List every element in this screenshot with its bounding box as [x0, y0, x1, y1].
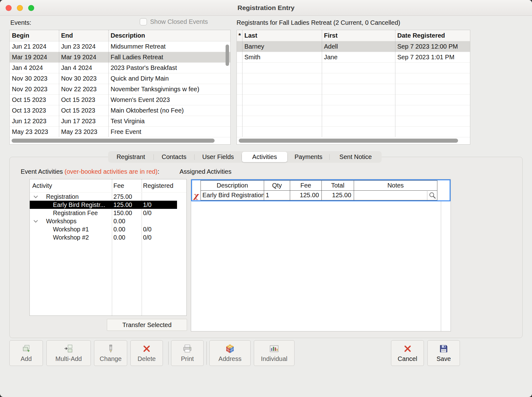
activity-row[interactable]: Registration Fee 150.00 0/0 [30, 209, 186, 217]
tree-col-fee[interactable]: Fee [112, 182, 141, 189]
address-button[interactable]: Address [209, 340, 251, 366]
activity-row[interactable]: Workshop #2 0.00 0/0 [30, 233, 186, 241]
tab-registrant[interactable]: Registrant [108, 151, 154, 163]
event-row[interactable]: Jun 12 2023 Jun 17 2023 Test Virginia [10, 116, 230, 127]
registrants-horizontal-scrollbar[interactable] [239, 139, 458, 143]
activity-fee: 0.00 [112, 226, 141, 233]
multi-add-label: Multi-Add [55, 355, 82, 363]
event-description: Women's Event 2023 [108, 96, 230, 103]
event-end: Nov 30 2023 [59, 75, 108, 82]
registrant-date: Sep 7 2023 1:01 PM [395, 54, 470, 61]
change-button[interactable]: Change [94, 340, 127, 366]
registrant-row[interactable]: Smith Jane Sep 7 2023 1:01 PM [237, 52, 470, 63]
activity-registered: 0/0 [141, 209, 186, 217]
transfer-selected-button[interactable]: Transfer Selected [107, 319, 187, 331]
activity-group-row[interactable]: Registration 275.00 [30, 193, 186, 201]
event-row[interactable]: Jun 21 2024 Jun 23 2024 Midsummer Retrea… [10, 41, 230, 52]
assigned-activity-row[interactable]: χ Early Bird Registration 1 125.00 125.0… [191, 190, 437, 200]
label-suffix: : [158, 168, 159, 175]
event-description: Quick and Dirty Main [108, 75, 230, 82]
registrant-last: Smith [242, 54, 322, 61]
event-end: Jan 4 2024 [59, 64, 108, 71]
checkbox-icon[interactable] [140, 18, 147, 25]
multi-add-icon [64, 344, 73, 354]
tab-payments[interactable]: Payments [288, 151, 329, 163]
tab-contacts[interactable]: Contacts [154, 151, 194, 163]
event-row[interactable]: Nov 20 2023 Nov 22 2023 November Tanksgi… [10, 84, 230, 95]
event-description: Fall Ladies Retreat [108, 54, 230, 61]
events-col-description[interactable]: Description [108, 32, 230, 39]
add-icon [22, 344, 31, 354]
assigned-col-notes[interactable]: Notes [354, 180, 437, 191]
individual-button[interactable]: Individual [254, 340, 295, 366]
registrants-col-first[interactable]: First [322, 32, 395, 39]
event-begin: Mar 19 2024 [10, 54, 59, 61]
tree-col-registered[interactable]: Registered [141, 182, 186, 189]
assigned-col-fee[interactable]: Fee [290, 180, 322, 191]
assigned-qty[interactable]: 1 [264, 190, 290, 200]
assigned-notes-cell[interactable] [354, 190, 437, 200]
activities-tree-header: Activity Fee Registered [30, 179, 186, 193]
search-icon[interactable] [427, 190, 436, 200]
print-button[interactable]: Print [171, 340, 204, 366]
cancel-button[interactable]: Cancel [391, 340, 424, 366]
event-row[interactable]: Jan 4 2024 Jan 4 2024 2023 Pastor's Brea… [10, 63, 230, 73]
event-begin: Nov 30 2023 [10, 75, 59, 82]
events-horizontal-scrollbar[interactable] [12, 139, 215, 143]
assigned-description[interactable]: Early Bird Registration [201, 190, 264, 200]
tab-user-fields[interactable]: User Fields [195, 151, 242, 163]
registrants-col-star[interactable]: * [237, 32, 242, 39]
tab-sent-notice[interactable]: Sent Notice [330, 151, 382, 163]
show-closed-events-checkbox[interactable]: Show Closed Events [140, 18, 208, 25]
events-vertical-scrollbar[interactable] [226, 45, 229, 66]
event-begin: Jan 4 2024 [10, 64, 59, 71]
assigned-col-description[interactable]: Description [201, 180, 264, 191]
event-end: Jun 17 2023 [59, 118, 108, 125]
activity-row-selected[interactable]: Early Bird Registr... 125.00 1/0 [30, 201, 186, 209]
tree-col-activity[interactable]: Activity [30, 182, 112, 189]
events-col-end[interactable]: End [59, 32, 108, 39]
tab-activities[interactable]: Activities [242, 152, 287, 162]
assigned-fee[interactable]: 125.00 [290, 190, 322, 200]
empty-row [237, 63, 470, 73]
activity-registered: 0/0 [141, 234, 186, 241]
activity-group-row[interactable]: Workshops 0.00 [30, 217, 186, 225]
delete-x-icon [143, 344, 151, 354]
event-activities-label: Event Activities (over-booked activities… [21, 168, 159, 175]
scrollbar-track-divider [441, 201, 441, 331]
delete-label: Delete [138, 355, 156, 363]
registrants-col-last[interactable]: Last [242, 32, 322, 39]
events-col-begin[interactable]: Begin [10, 32, 59, 39]
event-row[interactable]: Nov 30 2023 Nov 30 2023 Quick and Dirty … [10, 73, 230, 84]
event-description: Free Event [108, 128, 230, 135]
activities-panel: Event Activities (over-booked activities… [9, 157, 523, 338]
empty-row [237, 105, 470, 116]
remove-activity-icon[interactable]: χ [193, 192, 198, 199]
activity-name: Workshop #2 [53, 234, 89, 241]
show-closed-events-label: Show Closed Events [150, 18, 208, 25]
event-row[interactable]: May 23 2023 May 23 2023 Free Event [10, 127, 230, 137]
assigned-total[interactable]: 125.00 [321, 190, 354, 200]
save-button[interactable]: Save [427, 340, 460, 366]
delete-button[interactable]: Delete [130, 340, 163, 366]
cancel-label: Cancel [398, 355, 417, 363]
event-row[interactable]: Oct 13 2023 Oct 15 2023 Main Oktoberfest… [10, 105, 230, 116]
event-row-selected[interactable]: Mar 19 2024 Mar 19 2024 Fall Ladies Retr… [10, 52, 230, 63]
registrants-table-header: * Last First Date Registered [237, 30, 470, 41]
titlebar: Registration Entry [0, 0, 532, 16]
event-begin: Jun 21 2024 [10, 43, 59, 50]
assigned-col-qty[interactable]: Qty [264, 180, 290, 191]
assigned-col-total[interactable]: Total [321, 180, 354, 191]
activity-name: Registration Fee [53, 209, 98, 217]
registrants-col-date-registered[interactable]: Date Registered [395, 32, 470, 39]
assigned-activities-label: Assigned Activities [180, 168, 232, 175]
multi-add-button[interactable]: Multi-Add [46, 340, 91, 366]
chevron-down-icon[interactable] [34, 195, 38, 198]
activity-row[interactable]: Workshop #1 0.00 0/0 [30, 225, 186, 233]
cancel-x-icon [404, 344, 412, 354]
add-button[interactable]: Add [9, 340, 43, 366]
activity-name: Workshops [46, 218, 76, 225]
chevron-down-icon[interactable] [34, 220, 38, 223]
event-row[interactable]: Oct 15 2023 Oct 15 2023 Women's Event 20… [10, 95, 230, 105]
registrant-row-selected[interactable]: Barney Adell Sep 7 2023 12:00 PM [237, 41, 470, 52]
